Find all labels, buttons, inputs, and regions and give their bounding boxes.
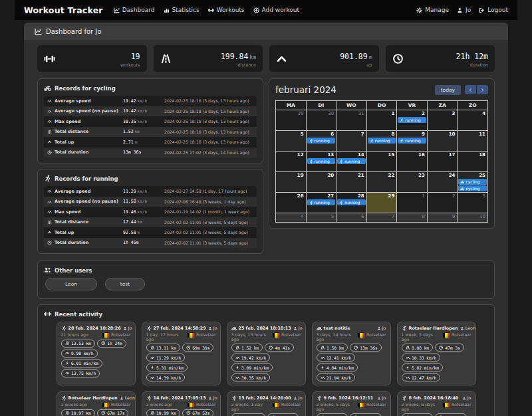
weekday-header-ma: MA (276, 101, 306, 110)
stat-badge-value: 30.35 km/h (241, 375, 266, 380)
main-card: Dashboard for Jo 19workouts199.84kmdista… (24, 23, 508, 416)
event-chip-running[interactable]: running (337, 199, 366, 205)
nav-item-label: Jo (466, 7, 471, 13)
event-chip-running[interactable]: running (398, 138, 426, 144)
activity-card-header: test notitieJo (317, 326, 386, 331)
activity-time-ago: 2 weeks, 1 day ago (231, 402, 270, 411)
activity-user: Leon (460, 326, 475, 331)
activity-card[interactable]: 14 feb. 2024 17:03:13Jo2 weeks agoRotsel… (142, 391, 221, 416)
bolt-icon (406, 365, 410, 370)
day-events: running (307, 199, 336, 206)
record-label: Average speed (47, 189, 123, 194)
activity-card[interactable]: 27 feb. 2024 14:58:29Jo1 day, 17 hours a… (142, 322, 221, 385)
event-chip-running[interactable]: running (307, 138, 336, 144)
day-number: 25 (479, 173, 485, 178)
record-label-text: Total distance (55, 129, 88, 134)
prev-month-button[interactable] (465, 85, 476, 94)
activity-card[interactable]: 8 feb. 2024 16:18:40Jo2 weeks, 6 days ag… (397, 391, 476, 416)
stat-badge: 47m 3s (435, 344, 464, 352)
event-chip-running[interactable]: running (337, 158, 366, 164)
record-value-unit: km/h (138, 189, 147, 193)
today-button[interactable]: today (435, 85, 461, 95)
nav-item-jo[interactable]: Jo (457, 7, 471, 13)
activity-card[interactable]: test notitieJo3 days, 14 hours agoRotsel… (312, 322, 391, 385)
record-value-number: 2.71 (123, 140, 134, 145)
activity-title: 28 feb. 2024 10:28:26 (68, 326, 121, 331)
person-icon (377, 396, 381, 400)
user-button-test[interactable]: test (105, 278, 145, 290)
record-value: 30.35km/h (123, 119, 164, 124)
activity-card[interactable]: 25 feb. 2024 18:18:13Jo3 days, 13 hours … (227, 322, 306, 385)
nav-item-statistics[interactable]: Statistics (164, 7, 200, 13)
navbar: Workout Tracker DashboardStatisticsWorko… (15, 0, 517, 20)
nav-item-manage[interactable]: Manage (416, 7, 449, 13)
activity-location: Rotselaar (358, 402, 386, 411)
activity-time-ago: 2 weeks, 5 days ago (317, 402, 355, 411)
stat-badge: 10.99 km (146, 409, 180, 416)
runner-icon (146, 395, 152, 401)
stat-badge: 69m 39s (182, 344, 214, 352)
nav-item-workouts[interactable]: Workouts (208, 7, 245, 13)
nav-item-label: Logout (487, 7, 508, 13)
event-chip-cycling[interactable]: cycling (458, 179, 487, 185)
road-icon (150, 346, 155, 350)
event-chip-running[interactable]: running (368, 138, 396, 144)
next-month-button[interactable] (477, 85, 488, 94)
activity-card[interactable]: 13 feb. 2024 14:20:00Jo2 weeks, 1 day ag… (227, 391, 306, 416)
chart-line-icon (114, 7, 120, 13)
calendar-day-5: 5 (276, 131, 306, 151)
records-column: Records for cyclingAverage speed19.42km/… (37, 78, 263, 254)
runner-icon (400, 118, 404, 122)
day-number: 10 (449, 132, 456, 137)
stat-badge: 13m 36s (350, 344, 382, 352)
activity-user-name: Leon (125, 395, 135, 401)
event-chip-cycling[interactable]: cycling (458, 185, 487, 191)
record-label: Total duration (47, 150, 123, 155)
record-value-unit: km/h (138, 209, 147, 214)
calendar-nav (465, 85, 488, 94)
event-chip-running[interactable]: running (398, 117, 426, 123)
record-date: 2024-02-25 18:18 (3 days, 13 hours ago) (164, 140, 249, 144)
bolt-icon (150, 365, 155, 370)
user-button-leon[interactable]: Leon (45, 278, 97, 290)
nav-item-dashboard[interactable]: Dashboard (114, 7, 155, 13)
stat-badge: 12.41 km/h (317, 354, 356, 362)
activity-user: Jo (208, 326, 217, 331)
weekday-header-di: DI (307, 101, 336, 110)
event-chip-running[interactable]: running (307, 199, 336, 205)
chevron-up-icon (47, 230, 52, 235)
stat-badge: 3.09 min/km (231, 364, 273, 371)
activity-card-header: Rotselaar HardlopenLeon (402, 326, 471, 331)
stat-badge: 6.64 km (402, 413, 434, 416)
calendar-header: februari 2024 today (275, 84, 488, 95)
nav-item-add-workout[interactable]: Add workout (253, 7, 299, 13)
calendar-day-3: 3 (428, 110, 458, 130)
activity-badges: 1.50 km13m 36s12.41 km/h4.84 min/km21.94… (317, 344, 386, 381)
belgium-flag (273, 403, 279, 407)
activity-badges: 13.11 km69m 39s11.29 km/h5.31 min/km14.3… (146, 344, 216, 381)
event-chip-running[interactable]: running (307, 158, 336, 164)
day-number: 27 (327, 193, 334, 199)
activity-location: Rotselaar (273, 332, 301, 342)
stat-badge-value: 13.11 km (156, 346, 176, 350)
activity-user: Jo (462, 395, 471, 401)
chevron-up-icon (47, 140, 52, 144)
calendar-day-6: 6 (336, 213, 366, 222)
record-label-text: Total up (55, 230, 74, 235)
weekday-header-wo: WO (336, 101, 366, 110)
calendar-day-11: 11 (458, 131, 487, 151)
record-value: 11.58km/h (123, 199, 164, 204)
nav-item-logout[interactable]: Logout (479, 7, 508, 13)
stat-badge-value: 12.41 km/h (327, 356, 351, 360)
activity-user-name: Jo (299, 395, 303, 401)
gauge-icon (150, 356, 155, 360)
day-number: 24 (449, 173, 456, 178)
activity-card[interactable]: Rotselaar HardlopenLeon2 weeks agoRotsel… (57, 391, 136, 416)
activity-card[interactable]: 9 feb. 2024 16:12:11Jo2 weeks, 5 days ag… (312, 391, 391, 416)
activity-card[interactable]: 28 feb. 2024 10:28:26Jo21 hours agoRotse… (57, 322, 136, 385)
activity-card-header: 9 feb. 2024 16:12:11Jo (317, 395, 386, 401)
belgium-flag (273, 333, 279, 338)
activity-card[interactable]: Rotselaar HardlopenLeon1 week, 5 days ag… (397, 322, 476, 385)
chart-line-icon (35, 28, 42, 35)
activity-meta: 2 weeks, 5 days agoRotselaar (317, 402, 386, 411)
